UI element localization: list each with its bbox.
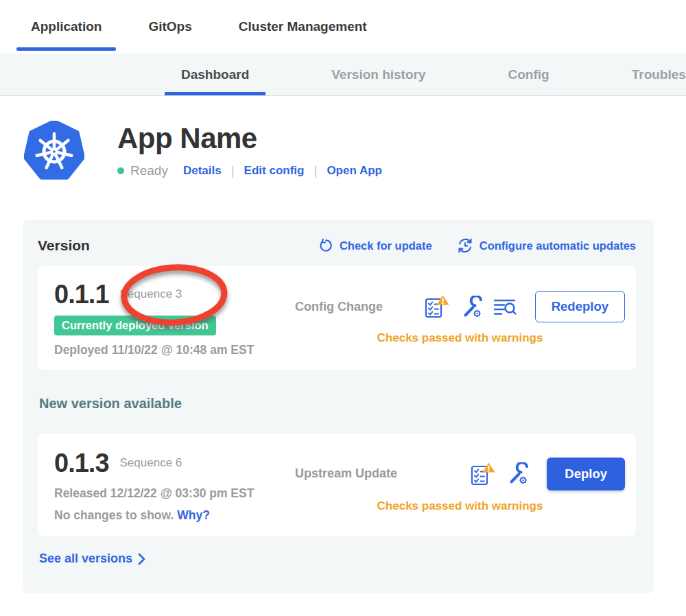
deploy-button[interactable]: Deploy [547, 458, 625, 490]
release-notes-icon[interactable] [493, 297, 517, 317]
deployed-timestamp: Deployed 11/10/22 @ 10:48 am EST [54, 343, 291, 357]
version-panel-title: Version [38, 237, 90, 254]
redeploy-button[interactable]: Redeploy [535, 291, 625, 322]
preflight-status-text: Checks passed with warnings [295, 331, 625, 345]
current-version-card: 0.1.1 Sequence 3 Currently deployed vers… [38, 266, 636, 370]
configure-automatic-updates-link[interactable]: Configure automatic updates [457, 237, 636, 254]
version-source-label: Upstream Update [295, 466, 397, 481]
open-app-link[interactable]: Open App [327, 164, 382, 178]
available-version-number: 0.1.3 [54, 449, 109, 478]
auto-update-icon [457, 237, 473, 254]
edit-config-link[interactable]: Edit config [244, 164, 305, 178]
config-wrench-icon[interactable] [460, 296, 483, 318]
config-wrench-icon[interactable] [506, 462, 529, 485]
top-navigation: Application GitOps Cluster Management [0, 0, 686, 54]
why-link[interactable]: Why? [177, 508, 210, 522]
tab-config[interactable]: Config [492, 54, 566, 95]
see-all-versions-link[interactable]: See all versions [39, 552, 636, 566]
refresh-icon [318, 238, 333, 253]
tab-troubleshoot[interactable]: Troubleshoot [615, 54, 686, 95]
check-for-update-label: Check for update [340, 239, 432, 252]
check-for-update-link[interactable]: Check for update [318, 238, 432, 253]
available-version-card: 0.1.3 Sequence 6 Released 12/12/22 @ 03:… [38, 434, 636, 536]
details-link[interactable]: Details [183, 164, 222, 178]
app-tab-bar: Dashboard Version history Config Trouble… [0, 54, 686, 96]
tab-version-history[interactable]: Version history [315, 54, 442, 95]
new-version-heading: New version available [39, 396, 636, 412]
preflight-checklist-warning-icon[interactable] [470, 462, 496, 486]
chevron-right-icon [138, 553, 145, 565]
kubernetes-logo-icon [24, 121, 84, 181]
see-all-versions-label: See all versions [39, 552, 132, 566]
preflight-status-text: Checks passed with warnings [295, 499, 625, 513]
page-title: App Name [117, 122, 382, 155]
tab-dashboard[interactable]: Dashboard [165, 54, 265, 95]
released-timestamp: Released 12/12/22 @ 03:30 pm EST [54, 486, 291, 501]
version-panel: Version Check for update Configure autom… [23, 220, 654, 593]
link-separator: | [314, 163, 317, 178]
currently-deployed-badge: Currently deployed version [54, 316, 216, 335]
version-source-label: Config Change [295, 300, 383, 314]
top-tab-gitops[interactable]: GitOps [134, 0, 206, 54]
top-tab-application[interactable]: Application [16, 0, 116, 54]
link-separator: | [231, 163, 235, 178]
top-tab-cluster-management[interactable]: Cluster Management [224, 0, 381, 54]
available-sequence-label: Sequence 6 [120, 456, 182, 470]
app-header: App Name Ready Details | Edit config | O… [0, 96, 686, 181]
current-sequence-label: Sequence 3 [120, 287, 182, 301]
configure-automatic-updates-label: Configure automatic updates [480, 239, 636, 252]
ready-status-dot-icon [117, 167, 124, 174]
no-changes-text: No changes to show. [54, 508, 174, 522]
preflight-checklist-warning-icon[interactable] [424, 294, 450, 319]
app-status-text: Ready [130, 163, 168, 178]
current-version-number: 0.1.1 [54, 280, 109, 309]
